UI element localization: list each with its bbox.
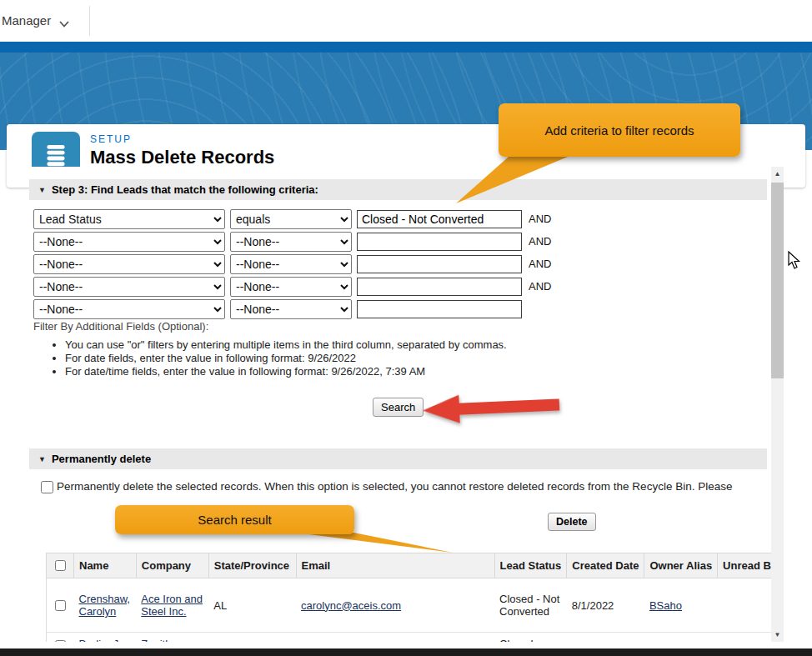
column-header-created-date: Created Date xyxy=(567,553,644,578)
leads-table: Name Company State/Province Email Lead S… xyxy=(46,553,784,642)
brand-strip xyxy=(0,42,812,53)
top-tab-bar: Manager xyxy=(0,0,812,42)
field-select[interactable]: Lead Status xyxy=(33,209,225,229)
hint-item: You can use "or" filters by entering mul… xyxy=(65,338,507,352)
lead-name-link[interactable]: Crenshaw, Carolyn xyxy=(79,593,130,618)
criteria-row: Lead Status equals AND xyxy=(33,208,551,229)
and-label: AND xyxy=(529,213,551,225)
created-date-cell: 8/1/2022 xyxy=(567,578,644,633)
company-link[interactable]: Zenith xyxy=(141,638,171,642)
column-header-company: Company xyxy=(136,553,208,578)
value-input[interactable] xyxy=(357,233,522,251)
hint-item: For date/time fields, enter the value in… xyxy=(65,365,507,378)
value-input[interactable] xyxy=(357,278,522,296)
lead-name-link[interactable]: Dodie, Jr xyxy=(79,638,123,642)
filter-note: Filter By Additional Fields (Optional): xyxy=(33,320,208,333)
and-label: AND xyxy=(529,258,551,270)
and-label: AND xyxy=(529,235,551,248)
permanently-delete-section-title: Permanently delete xyxy=(52,453,151,465)
value-input[interactable] xyxy=(357,300,522,318)
step3-section-title: Step 3: Find Leads that match the follow… xyxy=(52,183,318,196)
email-link[interactable]: carolync@aceis.com xyxy=(301,599,401,612)
field-select[interactable]: --None-- xyxy=(33,232,225,252)
owner-alias-link[interactable]: BSaho xyxy=(649,599,682,612)
criteria-row: --None-- --None-- xyxy=(33,298,529,319)
delete-button[interactable]: Delete xyxy=(548,513,596,531)
created-date-cell xyxy=(567,633,644,643)
collapse-arrow-icon[interactable]: ▼ xyxy=(38,455,46,463)
criteria-row: --None-- --None-- AND xyxy=(33,276,551,297)
field-select[interactable]: --None-- xyxy=(33,277,225,297)
table-row: Dodie, Jr Zenith Closed - xyxy=(47,633,784,643)
state-cell: AL xyxy=(208,578,296,633)
state-cell xyxy=(208,633,296,643)
content-area: ▼ Step 3: Find Leads that match the foll… xyxy=(29,167,784,642)
criteria-row: --None-- --None-- AND xyxy=(33,253,551,274)
table-header-row: Name Company State/Province Email Lead S… xyxy=(47,553,784,578)
tab-divider xyxy=(89,6,90,36)
mouse-cursor xyxy=(788,251,801,271)
company-link[interactable]: Ace Iron and Steel Inc. xyxy=(141,593,203,618)
lead-status-cell: Closed - Not Converted xyxy=(494,578,567,633)
and-label: AND xyxy=(529,280,551,293)
column-header-owner-alias: Owner Alias xyxy=(644,553,718,578)
setup-eyebrow: SETUP xyxy=(90,133,132,145)
operator-select[interactable]: equals xyxy=(230,209,352,229)
object-manager-tab[interactable]: Manager xyxy=(2,0,51,42)
step3-section-header[interactable]: ▼ Step 3: Find Leads that match the foll… xyxy=(29,179,767,200)
scroll-down-button[interactable]: ▼ xyxy=(771,628,784,642)
chevron-down-icon[interactable] xyxy=(58,17,70,32)
search-button[interactable]: Search xyxy=(373,398,424,417)
select-all-checkbox[interactable] xyxy=(55,560,66,571)
operator-select[interactable]: --None-- xyxy=(230,299,352,319)
column-header-lead-status: Lead Status xyxy=(494,553,567,578)
collapse-arrow-icon[interactable]: ▼ xyxy=(38,186,46,194)
column-header-email: Email xyxy=(296,553,494,578)
email-cell xyxy=(296,633,494,643)
column-header-name: Name xyxy=(74,553,137,578)
hint-item: For date fields, enter the value in foll… xyxy=(65,352,507,365)
scrollbar-thumb[interactable] xyxy=(771,183,784,378)
callout-search-result: Search result xyxy=(115,505,354,534)
value-input[interactable] xyxy=(357,210,522,228)
operator-select[interactable]: --None-- xyxy=(230,232,352,252)
red-arrow-annotation xyxy=(419,387,564,428)
page-title: Mass Delete Records xyxy=(90,147,274,168)
owner-alias-cell xyxy=(644,633,718,643)
permanently-delete-checkbox[interactable] xyxy=(41,481,53,493)
row-checkbox[interactable] xyxy=(55,600,66,611)
bottom-window-edge xyxy=(0,648,812,656)
vertical-scrollbar[interactable]: ▲ ▼ xyxy=(771,167,784,642)
field-select[interactable]: --None-- xyxy=(33,254,225,274)
lead-status-cell: Closed - xyxy=(494,633,567,643)
hint-list: You can use "or" filters by entering mul… xyxy=(50,338,507,378)
callout-add-criteria: Add criteria to filter records xyxy=(499,103,740,157)
criteria-row: --None-- --None-- AND xyxy=(33,231,551,252)
value-input[interactable] xyxy=(357,255,522,273)
permanently-delete-section-header[interactable]: ▼ Permanently delete xyxy=(29,448,767,469)
scroll-up-button[interactable]: ▲ xyxy=(771,167,784,181)
column-header-state: State/Province xyxy=(208,553,296,578)
permanently-delete-note: Permanently delete the selected records.… xyxy=(57,480,767,493)
row-checkbox[interactable] xyxy=(55,640,66,642)
operator-select[interactable]: --None-- xyxy=(230,254,352,274)
table-row: Crenshaw, Carolyn Ace Iron and Steel Inc… xyxy=(47,578,784,633)
field-select[interactable]: --None-- xyxy=(33,299,225,319)
operator-select[interactable]: --None-- xyxy=(230,277,352,297)
